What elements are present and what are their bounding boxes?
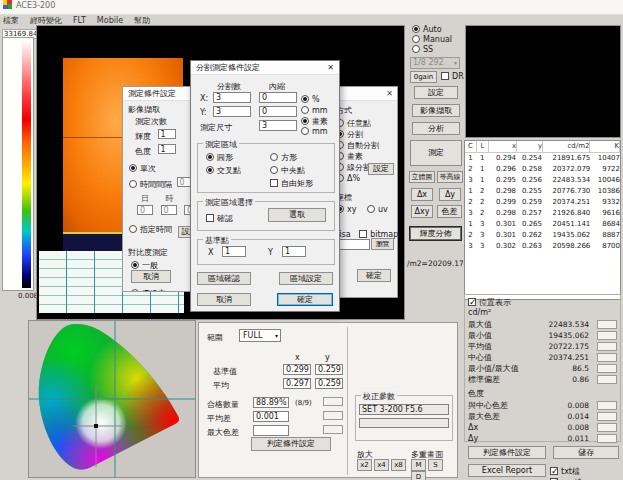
luminance-distribution-button[interactable]: 輝度分佈 [409,226,462,241]
confirm-checkbox[interactable]: 確認 [206,213,233,224]
table-row[interactable]: 130.3010.26520451.1418684 [465,219,620,230]
radio-option[interactable]: 分割 [336,129,397,140]
table-row[interactable]: 310.2950.25622483.53410046 [465,175,620,186]
gain-button[interactable]: 0gain [410,71,437,83]
size-pixel-radio[interactable]: 畫素 [301,116,328,127]
center-point-radio[interactable]: 中央點 [270,165,305,176]
pick-button[interactable]: 選取 [268,208,326,222]
average-x-field[interactable]: 0.297 [283,378,311,389]
judge-settings-button[interactable]: 判定條件設定 [468,446,546,459]
secondary-image-view[interactable] [465,25,621,138]
multi-screen-button[interactable]: D [411,471,426,480]
table-row[interactable]: 230.3010.26219435.0628887 [465,230,620,241]
base-y-field[interactable]: 1 [282,246,306,257]
table-row[interactable]: 330.3020.26320598.2668700 [465,241,620,252]
exposure-auto-radio[interactable]: Auto [412,25,442,34]
menu-item[interactable]: 經時變化 [30,16,62,25]
file-format-checkbox[interactable]: txt檔 [550,467,580,476]
excel-report-button[interactable]: Excel Report [468,464,546,477]
capture-button[interactable]: 影像擷取 [412,104,460,117]
interval-radio[interactable]: 時間間隔 0 [129,177,191,190]
color-diff-button[interactable]: 色差 [437,205,462,218]
split-cancel-button[interactable]: 取消 [197,293,251,306]
shutter-dropdown[interactable]: 1/8 292 ▾ [410,57,460,69]
free-rect-checkbox[interactable]: 自由矩形 [270,178,313,189]
delta-x-button[interactable]: Δx [411,188,433,201]
table-row[interactable]: 320.2980.25721926.8409616 [465,208,620,219]
checkbox-icon [270,179,278,187]
range-dropdown[interactable]: FULL ▾ [239,329,281,342]
specified-time-radio[interactable]: 指定時間 設定 [129,224,191,238]
zoom-button[interactable]: x4 [374,459,389,471]
condition-cancel-button[interactable]: 取消 [131,270,171,283]
menu-item[interactable]: Mobile [97,16,123,25]
dr-checkbox[interactable]: DR [441,72,464,81]
pass-count-field[interactable]: 88.89% [253,397,289,408]
delta-y-button[interactable]: Δy [439,188,461,201]
cross-point-radio[interactable]: 交叉點 [206,165,241,176]
stat-row: 標準偏差0.86 [468,374,617,385]
coord-uv-radio[interactable]: uv [367,205,388,214]
menu-item[interactable]: 幫助 [134,16,150,25]
table-row[interactable]: 210.2960.25820372.0799722 [465,164,620,175]
chroma-count-field[interactable]: 1 [158,144,176,154]
browse-button[interactable]: 瀏覽 [371,238,394,250]
menu-item[interactable]: FLT [73,16,86,25]
set-button[interactable]: 設定 [414,86,458,99]
table-row[interactable]: 220.2990.25920374.2519332 [465,197,620,208]
area-set-button[interactable]: 區域設定 [279,272,333,285]
calibration-empty-field[interactable] [359,418,449,428]
table-row[interactable]: 110.2940.25421891.67510407 [465,153,620,164]
exposure-manual-radio[interactable]: Manual [412,35,452,44]
zoom-button[interactable]: x8 [391,459,406,471]
close-icon[interactable]: ✕ [327,61,334,74]
contour-button[interactable]: 等高線 [437,171,463,183]
calibration-set-field[interactable]: SET 3-200 F5.6 [359,404,449,415]
single-radio[interactable]: 單次 [129,163,191,174]
position-display-checkbox[interactable]: 位置表示 [468,297,617,308]
cie-diagram-panel[interactable] [28,320,196,478]
y-div-field[interactable]: 3 [213,106,251,117]
radio-option[interactable]: 自動分割 [336,140,397,151]
method-ok-button[interactable]: 確定 [357,269,391,282]
base-x-field[interactable]: 1 [222,246,246,257]
reference-y-field[interactable]: 0.259 [315,364,343,375]
menu-item[interactable]: 檔案 [3,16,19,25]
x-div-field[interactable]: 3 [213,92,251,103]
x-inset-field[interactable]: 0 [259,92,297,103]
hour-field[interactable]: 0 [161,205,177,215]
y-inset-field[interactable]: 0 [259,106,297,117]
radio-option[interactable]: 任意點 [336,118,397,129]
save-button[interactable]: 儲存 [553,446,619,459]
multi-screen-button[interactable]: M [411,459,426,471]
size-field[interactable]: 3 [259,120,297,131]
judge-settings-button-2[interactable]: 判定條件設定 [251,437,331,451]
circle-radio[interactable]: 圓形 [206,152,233,163]
average-y-field[interactable]: 0.259 [315,378,343,389]
interval-field[interactable]: 0 [177,177,191,187]
radio-option[interactable]: 畫素 [336,151,397,162]
max-cdiff-field[interactable] [253,425,289,436]
split-ok-button[interactable]: 確定 [277,293,333,306]
zoom-button[interactable]: x2 [357,459,372,471]
delta-xy-button[interactable]: Δxy [411,205,433,218]
multi-screen-button[interactable]: S [428,459,443,471]
lum-count-field[interactable]: 1 [158,129,176,139]
area-confirm-button[interactable]: 區域確認 [197,272,251,285]
measure-button[interactable]: 測定 [410,140,462,166]
stereo-button[interactable]: 立體圖 [409,171,435,183]
inset-mm-radio[interactable]: mm [301,106,328,115]
inset-percent-radio[interactable]: % [301,95,320,104]
exposure-ss-radio[interactable]: SS [412,45,433,54]
method-set-button[interactable]: 設定 [368,163,394,175]
avg-diff-field[interactable]: 0.001 [253,411,289,422]
reference-x-field[interactable]: 0.299 [283,364,311,375]
analyze-button[interactable]: 分析 [412,122,460,135]
table-row[interactable]: 120.2980.25520776.73010386 [465,186,620,197]
day-field[interactable]: 0 [137,205,153,215]
square-radio[interactable]: 方形 [270,152,297,163]
transmit-radio[interactable]: 透過率 [131,288,191,292]
measurement-table[interactable]: CLxycd/m2K 110.2940.25421891.67510407210… [464,140,621,300]
close-icon[interactable]: ✕ [386,87,393,100]
size-mm-radio[interactable]: mm [301,127,328,136]
